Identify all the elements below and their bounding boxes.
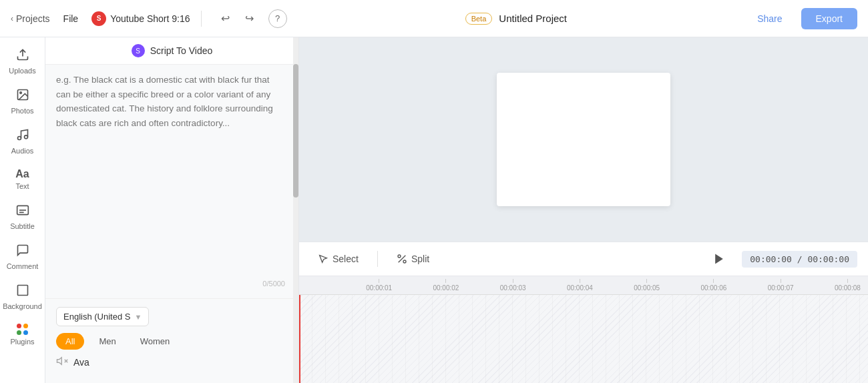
background-label: Background <box>3 302 42 310</box>
svg-point-1 <box>19 92 21 94</box>
time-display: 00:00:00 / 00:00:00 <box>742 251 857 268</box>
timeline[interactable]: 00:00:0100:00:0200:00:0300:00:0400:00:05… <box>299 276 868 383</box>
logo-area: S Youtube Short 9:16 <box>91 11 190 26</box>
canvas-area: Select Split 00:00:00 / 00:00:00 <box>299 37 868 383</box>
sidebar-item-comment[interactable]: Comment <box>3 238 42 276</box>
subtitle-icon <box>16 204 29 220</box>
svg-point-2 <box>17 137 21 140</box>
topbar: ‹ Projects File S Youtube Short 9:16 ↩ ↪… <box>0 0 868 37</box>
plugins-label: Plugins <box>10 338 34 346</box>
comment-icon <box>16 244 29 260</box>
audios-icon <box>16 128 29 145</box>
language-select[interactable]: English (United S ▼ <box>56 307 149 326</box>
chevron-down-icon: ▼ <box>134 313 142 321</box>
language-select-wrap: English (United S ▼ <box>56 307 288 326</box>
split-icon <box>397 254 407 264</box>
export-button[interactable]: Export <box>801 8 857 29</box>
play-icon <box>712 252 726 266</box>
sidebar-item-text[interactable]: Aa Text <box>3 163 42 196</box>
script-input[interactable] <box>56 73 282 273</box>
undo-redo-group: ↩ ↪ <box>215 8 260 29</box>
ruler-mark: 00:00:05 <box>634 279 660 292</box>
photos-icon <box>16 88 29 105</box>
beta-badge: Beta <box>465 13 493 25</box>
script-header-title: Script To Video <box>150 45 213 56</box>
script-textarea-wrap: 0/5000 <box>45 65 298 298</box>
scrollbar-track[interactable] <box>293 37 298 383</box>
uploads-label: Uploads <box>9 67 35 75</box>
timeline-content <box>299 295 868 383</box>
canvas-top <box>299 37 868 242</box>
format-label: Youtube Short 9:16 <box>110 13 190 24</box>
undo-button[interactable]: ↩ <box>215 8 236 29</box>
share-button[interactable]: Share <box>745 9 794 28</box>
topbar-left: ‹ Projects File S Youtube Short 9:16 ↩ ↪… <box>11 8 287 29</box>
time-total: 00:00:00 <box>807 254 849 264</box>
ruler-mark: 00:00:02 <box>433 279 459 292</box>
script-header: S Script To Video <box>45 37 298 65</box>
select-button[interactable]: Select <box>310 250 367 268</box>
select-label: Select <box>333 254 359 264</box>
svg-rect-7 <box>17 286 27 296</box>
svg-point-11 <box>398 255 401 258</box>
scrollbar-thumb[interactable] <box>293 64 298 198</box>
topbar-center: Beta Untitled Project <box>295 13 738 25</box>
svg-marker-8 <box>57 358 62 365</box>
filter-women-button[interactable]: Women <box>131 333 180 350</box>
sidebar-item-photos[interactable]: Photos <box>3 83 42 120</box>
sidebar-item-audios[interactable]: Audios <box>3 123 42 160</box>
svg-point-3 <box>24 135 27 139</box>
sidebar: Uploads Photos Audios Aa Text <box>0 37 45 383</box>
voice-controls: English (United S ▼ All Men Women Ava <box>45 298 298 383</box>
ruler-mark: 00:00:07 <box>768 279 794 292</box>
projects-link[interactable]: ‹ Projects <box>11 13 50 24</box>
script-panel: S Script To Video 0/5000 English (United… <box>45 37 299 383</box>
time-current: 00:00:00 <box>750 254 792 264</box>
voice-item-ava: Ava <box>56 350 288 375</box>
photos-label: Photos <box>11 107 33 115</box>
select-icon <box>318 254 329 264</box>
toolbar-divider <box>377 251 378 267</box>
filter-all-button[interactable]: All <box>56 333 84 350</box>
file-button[interactable]: File <box>58 11 84 27</box>
comment-label: Comment <box>7 262 39 270</box>
svg-marker-13 <box>715 254 723 264</box>
time-separator: / <box>797 254 808 264</box>
sidebar-item-subtitle[interactable]: Subtitle <box>3 198 42 236</box>
split-label: Split <box>411 254 429 264</box>
projects-label: Projects <box>16 13 50 24</box>
ruler-mark: 00:00:03 <box>500 279 526 292</box>
script-to-video-logo: S <box>132 44 145 57</box>
timeline-playhead <box>299 295 300 383</box>
sidebar-item-uploads[interactable]: Uploads <box>3 43 42 80</box>
audios-label: Audios <box>11 147 34 155</box>
voice-filter-buttons: All Men Women <box>56 333 288 350</box>
chevron-left-icon: ‹ <box>11 14 13 23</box>
sidebar-item-plugins[interactable]: Plugins <box>3 318 42 351</box>
language-value: English (United S <box>63 312 130 322</box>
ruler-mark: 00:00:08 <box>835 279 861 292</box>
app-logo-icon: S <box>91 11 106 26</box>
ruler-mark: 00:00:04 <box>567 279 593 292</box>
play-button[interactable] <box>707 247 731 271</box>
ruler-mark: 00:00:06 <box>700 279 726 292</box>
split-button[interactable]: Split <box>389 250 437 268</box>
plugins-icon <box>17 324 29 336</box>
filter-men-button[interactable]: Men <box>89 333 125 350</box>
main-content: Uploads Photos Audios Aa Text <box>0 37 868 383</box>
char-count: 0/5000 <box>262 280 285 288</box>
voice-name: Ava <box>73 357 89 368</box>
redo-button[interactable]: ↪ <box>239 8 260 29</box>
svg-point-12 <box>403 260 406 263</box>
topbar-right: Share Export <box>745 8 857 29</box>
ruler-mark: 00:00:01 <box>366 279 392 292</box>
help-button[interactable]: ? <box>268 9 287 28</box>
text-label: Text <box>15 182 29 190</box>
canvas-preview <box>497 73 670 206</box>
timeline-hatch <box>299 295 868 383</box>
mute-icon <box>56 355 68 370</box>
background-icon <box>16 284 29 300</box>
sidebar-item-background[interactable]: Background <box>3 278 42 316</box>
timeline-ruler: 00:00:0100:00:0200:00:0300:00:0400:00:05… <box>299 276 868 295</box>
script-panel-inner: S Script To Video 0/5000 <box>45 37 298 298</box>
